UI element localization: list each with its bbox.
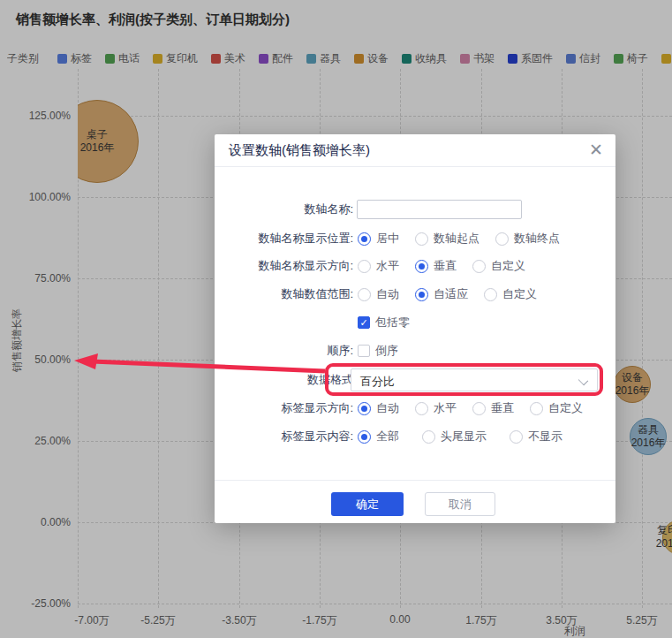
name-direction-options: 水平垂直自定义 bbox=[358, 256, 525, 276]
label-content-label: 标签显示内容: bbox=[215, 427, 353, 446]
option-label: 垂直 bbox=[491, 400, 514, 416]
checkbox-icon[interactable] bbox=[358, 345, 370, 357]
data-format-value: 百分比 bbox=[360, 374, 395, 390]
radio-自适应[interactable]: 自适应 bbox=[415, 286, 468, 302]
radio-icon[interactable] bbox=[358, 288, 371, 301]
option-label: 数轴起点 bbox=[434, 231, 479, 247]
option-label: 自定义 bbox=[502, 286, 537, 302]
option-label: 倒序 bbox=[375, 343, 398, 359]
radio-icon[interactable] bbox=[495, 232, 509, 246]
label-direction-label: 标签显示方向: bbox=[215, 399, 353, 418]
radio-icon[interactable] bbox=[415, 260, 428, 273]
radio-icon[interactable] bbox=[415, 288, 428, 301]
radio-数轴终点[interactable]: 数轴终点 bbox=[495, 231, 560, 247]
option-label: 数轴终点 bbox=[514, 231, 560, 247]
radio-水平[interactable]: 水平 bbox=[415, 400, 457, 416]
name-direction-row: 数轴名称显示方向: 水平垂直自定义 bbox=[215, 256, 615, 276]
radio-自动[interactable]: 自动 bbox=[358, 286, 399, 302]
dialog-title: 设置数轴(销售额增长率) bbox=[229, 142, 370, 159]
order-options: 倒序 bbox=[358, 341, 398, 361]
radio-全部[interactable]: 全部 bbox=[358, 429, 399, 444]
radio-icon[interactable] bbox=[415, 232, 428, 246]
radio-自定义[interactable]: 自定义 bbox=[530, 400, 583, 416]
close-icon[interactable]: ✕ bbox=[589, 140, 603, 161]
radio-icon[interactable] bbox=[358, 232, 371, 246]
option-label: 不显示 bbox=[528, 429, 563, 444]
option-label: 头尾显示 bbox=[441, 429, 487, 444]
value-range-row: 数轴数值范围: 自动自适应自定义 bbox=[215, 285, 615, 304]
value-range-label: 数轴数值范围: bbox=[215, 285, 353, 304]
radio-垂直[interactable]: 垂直 bbox=[472, 400, 514, 416]
option-label: 水平 bbox=[434, 400, 457, 416]
dialog-footer: 确定 取消 bbox=[215, 480, 615, 523]
radio-icon[interactable] bbox=[422, 430, 435, 444]
radio-icon[interactable] bbox=[484, 288, 497, 301]
include-zero-options: ✓包括零 bbox=[358, 313, 410, 332]
radio-icon[interactable] bbox=[472, 402, 486, 415]
label-content-options: 全部头尾显示不显示 bbox=[358, 427, 563, 446]
radio-居中[interactable]: 居中 bbox=[358, 231, 399, 247]
option-label: 居中 bbox=[376, 231, 399, 247]
ok-button[interactable]: 确定 bbox=[331, 492, 404, 516]
radio-icon[interactable] bbox=[472, 260, 486, 273]
radio-icon[interactable] bbox=[358, 430, 371, 444]
radio-icon[interactable] bbox=[510, 430, 523, 444]
axis-name-row: 数轴名称: bbox=[215, 200, 615, 219]
option-label: 自动 bbox=[376, 400, 399, 416]
order-row: 顺序: 倒序 bbox=[215, 341, 615, 361]
radio-不显示[interactable]: 不显示 bbox=[510, 429, 563, 444]
cancel-button[interactable]: 取消 bbox=[425, 492, 495, 516]
option-label: 自动 bbox=[376, 286, 399, 302]
option-label: 垂直 bbox=[434, 258, 457, 274]
chevron-down-icon bbox=[578, 376, 588, 385]
data-format-row: 数据格式 百分比 bbox=[215, 368, 615, 391]
data-format-label: 数据格式 bbox=[215, 368, 353, 391]
radio-icon[interactable] bbox=[530, 402, 543, 415]
axis-settings-dialog: 设置数轴(销售额增长率) ✕ 数轴名称: 数轴名称显示位置: 居中数轴起点数轴终… bbox=[215, 134, 615, 523]
order-label: 顺序: bbox=[215, 341, 353, 361]
option-label: 自适应 bbox=[434, 286, 468, 302]
radio-水平[interactable]: 水平 bbox=[358, 258, 399, 274]
checkbox-icon[interactable]: ✓ bbox=[358, 316, 370, 329]
name-position-options: 居中数轴起点数轴终点 bbox=[358, 229, 560, 248]
checkbox-倒序[interactable]: 倒序 bbox=[358, 343, 398, 359]
radio-数轴起点[interactable]: 数轴起点 bbox=[415, 231, 479, 247]
value-range-options: 自动自适应自定义 bbox=[358, 285, 537, 304]
label-content-row: 标签显示内容: 全部头尾显示不显示 bbox=[215, 427, 615, 446]
checkbox-包括零[interactable]: ✓包括零 bbox=[358, 315, 410, 330]
data-format-dropdown[interactable]: 百分比 bbox=[351, 368, 598, 391]
axis-name-label: 数轴名称: bbox=[215, 200, 353, 219]
radio-icon[interactable] bbox=[358, 260, 371, 273]
include-zero-row: ✓包括零 bbox=[215, 313, 615, 332]
radio-icon[interactable] bbox=[358, 402, 371, 415]
label-direction-row: 标签显示方向: 自动水平垂直自定义 bbox=[215, 399, 615, 418]
radio-垂直[interactable]: 垂直 bbox=[415, 258, 457, 274]
dialog-header: 设置数轴(销售额增长率) ✕ bbox=[215, 134, 615, 167]
option-label: 包括零 bbox=[375, 315, 410, 330]
name-position-row: 数轴名称显示位置: 居中数轴起点数轴终点 bbox=[215, 229, 615, 248]
radio-自定义[interactable]: 自定义 bbox=[484, 286, 537, 302]
option-label: 自定义 bbox=[548, 400, 583, 416]
label-direction-options: 自动水平垂直自定义 bbox=[358, 399, 583, 418]
radio-自动[interactable]: 自动 bbox=[358, 400, 399, 416]
option-label: 全部 bbox=[376, 429, 399, 444]
option-label: 自定义 bbox=[491, 258, 525, 274]
radio-自定义[interactable]: 自定义 bbox=[472, 258, 525, 274]
radio-头尾显示[interactable]: 头尾显示 bbox=[422, 429, 487, 444]
name-position-label: 数轴名称显示位置: bbox=[215, 229, 353, 248]
name-direction-label: 数轴名称显示方向: bbox=[215, 256, 353, 276]
radio-icon[interactable] bbox=[415, 402, 428, 415]
axis-name-input[interactable] bbox=[357, 200, 522, 219]
option-label: 水平 bbox=[376, 258, 399, 274]
